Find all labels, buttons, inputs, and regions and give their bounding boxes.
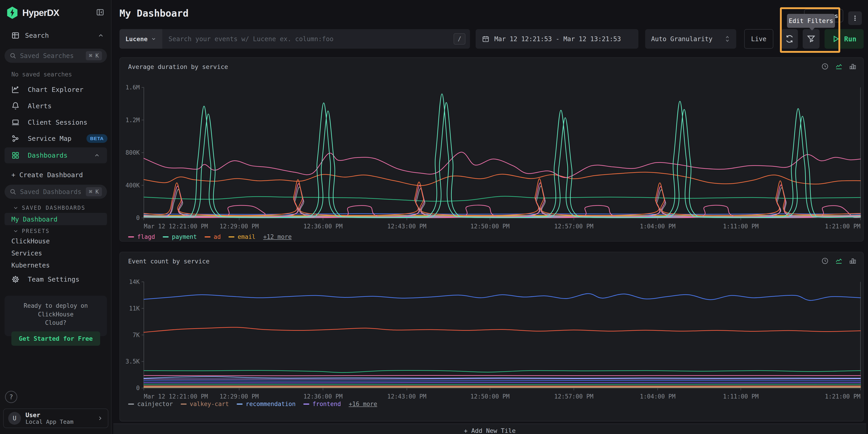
legend-more-link[interactable]: +16 more: [349, 401, 377, 407]
user-menu[interactable]: U User Local App Team: [3, 408, 108, 428]
sidebar-collapse-button[interactable]: [96, 8, 104, 16]
sidebar-item-team-settings[interactable]: Team Settings: [11, 275, 80, 283]
date-range-picker[interactable]: Mar 12 12:21:53 - Mar 12 13:21:53: [476, 29, 639, 49]
chart-panel-average-duration: Average duration by service 1.6M1.2M800K…: [120, 57, 864, 241]
svg-text:12:57:00 PM: 12:57:00 PM: [554, 223, 593, 230]
svg-text:14K: 14K: [129, 279, 140, 285]
query-language-dropdown[interactable]: Lucene: [120, 29, 162, 49]
legend-item[interactable]: frontend: [303, 401, 341, 407]
help-button[interactable]: ?: [5, 391, 17, 403]
svg-text:Mar 12 12:21:00 PM: Mar 12 12:21:00 PM: [144, 223, 208, 230]
search-section-icon: [11, 31, 20, 40]
edit-filters-button[interactable]: [803, 29, 819, 49]
svg-text:12:29:00 PM: 12:29:00 PM: [220, 223, 259, 230]
svg-text:7K: 7K: [133, 332, 140, 338]
app-title: HyperDX: [22, 8, 59, 18]
line-chart-toggle-icon[interactable]: [835, 257, 843, 265]
legend-item[interactable]: flagd: [128, 233, 155, 240]
presets-section-header[interactable]: PRESETS: [13, 228, 50, 234]
svg-text:12:50:00 PM: 12:50:00 PM: [470, 223, 509, 230]
team-settings-label: Team Settings: [28, 275, 80, 283]
sidebar-item-chart-explorer[interactable]: Chart Explorer: [11, 86, 83, 94]
sidebar-item-alerts[interactable]: Alerts: [11, 102, 52, 110]
time-icon[interactable]: [822, 63, 829, 70]
svg-text:1:21:00 PM: 1:21:00 PM: [825, 223, 861, 230]
dashboard-menu-button[interactable]: [848, 11, 862, 25]
slash-shortcut-key: /: [454, 33, 465, 44]
app-logo[interactable]: HyperDX: [6, 6, 59, 19]
live-label: Live: [751, 35, 766, 43]
chart-canvas[interactable]: 14K11K7K3.5K0Mar 12 12:21:00 PM12:29:00 …: [124, 279, 862, 405]
sidebar-item-search[interactable]: Search: [11, 31, 104, 40]
line-chart-toggle-icon[interactable]: [835, 63, 843, 70]
refresh-button[interactable]: [781, 29, 798, 49]
create-dashboard-button[interactable]: + Create Dashboard: [11, 171, 83, 179]
query-search-bar[interactable]: Lucene Search your events w/ Lucene ex. …: [120, 29, 470, 49]
add-new-tile-button[interactable]: + Add New Tile: [113, 424, 866, 434]
user-team: Local App Team: [26, 419, 92, 425]
refresh-icon: [785, 35, 794, 43]
svg-text:3.5K: 3.5K: [125, 358, 140, 365]
cmd-k-shortcut: ⌘ K: [86, 187, 102, 196]
svg-text:12:50:00 PM: 12:50:00 PM: [470, 393, 509, 400]
chart-panel-event-count: Event count by service 14K11K7K3.5K0Mar …: [120, 252, 864, 422]
help-question-mark: ?: [9, 393, 13, 401]
saved-dashboards-section-header[interactable]: SAVED DASHBOARDS: [13, 205, 85, 211]
svg-text:12:29:00 PM: 12:29:00 PM: [220, 393, 259, 400]
svg-text:Mar 12 12:21:00 PM: Mar 12 12:21:00 PM: [144, 393, 208, 400]
run-button[interactable]: Run: [825, 29, 864, 49]
chart-panel-toolbar: [822, 257, 857, 265]
svg-text:12:43:00 PM: 12:43:00 PM: [388, 223, 427, 230]
add-new-tile-label: + Add New Tile: [464, 427, 516, 434]
obscured-button-text: s: [835, 12, 838, 19]
chart-title: Event count by service: [128, 258, 210, 265]
legend-item[interactable]: payment: [163, 233, 197, 240]
search-icon: [9, 188, 17, 195]
svg-text:1.6M: 1.6M: [125, 85, 140, 91]
preset-kubernetes[interactable]: Kubernetes: [11, 262, 50, 269]
get-started-button[interactable]: Get Started for Free: [11, 331, 100, 346]
time-icon[interactable]: [822, 257, 829, 265]
edit-filters-tooltip: Edit Filters: [787, 14, 835, 28]
chart-title: Average duration by service: [128, 63, 228, 70]
live-button[interactable]: Live: [744, 29, 773, 49]
svg-text:1:04:00 PM: 1:04:00 PM: [640, 223, 676, 230]
chart-explorer-icon: [11, 86, 20, 94]
chevron-down-icon: [13, 205, 19, 211]
sidebar-item-label: Client Sessions: [28, 119, 87, 126]
beta-badge: BETA: [87, 134, 107, 143]
bar-chart-toggle-icon[interactable]: [849, 257, 857, 265]
sidebar-item-label: Chart Explorer: [28, 86, 83, 94]
saved-dashboards-input[interactable]: Saved Dashboards ⌘ K: [5, 185, 107, 199]
cmd-k-shortcut: ⌘ K: [86, 51, 102, 60]
sidebar-item-my-dashboard[interactable]: My Dashboard: [5, 213, 107, 225]
kebab-menu-icon: [851, 15, 859, 22]
chart-canvas[interactable]: 1.6M1.2M800K400K0Mar 12 12:21:00 PM12:29…: [124, 85, 862, 235]
bar-chart-toggle-icon[interactable]: [849, 63, 857, 70]
saved-searches-input[interactable]: Saved Searches ⌘ K: [5, 49, 107, 63]
svg-text:12:43:00 PM: 12:43:00 PM: [388, 393, 427, 400]
svg-text:1.2M: 1.2M: [125, 117, 140, 124]
avatar: U: [8, 412, 21, 425]
select-chevrons-icon: [724, 35, 730, 42]
sidebar-item-client-sessions[interactable]: Client Sessions: [11, 118, 87, 127]
panel-collapse-icon: [96, 8, 104, 16]
granularity-select[interactable]: Auto Granularity: [645, 29, 736, 49]
calendar-icon: [482, 35, 489, 42]
section-header-label: SAVED DASHBOARDS: [22, 205, 85, 211]
preset-services[interactable]: Services: [11, 249, 42, 257]
sidebar-item-service-map[interactable]: Service Map BETA: [11, 134, 107, 143]
query-input[interactable]: Search your events w/ Lucene ex. column:…: [162, 35, 454, 43]
gear-icon: [11, 275, 20, 283]
legend-item[interactable]: recommendation: [237, 401, 296, 407]
legend-item[interactable]: ad: [205, 233, 221, 240]
legend-item[interactable]: cainjector: [128, 401, 173, 407]
service-map-icon: [11, 134, 20, 143]
legend-item[interactable]: email: [228, 233, 255, 240]
sidebar-item-dashboards[interactable]: Dashboards: [5, 147, 107, 163]
preset-clickhouse[interactable]: ClickHouse: [11, 237, 50, 245]
legend-item[interactable]: valkey-cart: [181, 401, 229, 407]
legend-more-link[interactable]: +12 more: [263, 233, 291, 240]
chevron-up-icon: [94, 152, 100, 159]
clickhouse-cloud-promo: Ready to deploy on ClickHouse Cloud? Get…: [5, 296, 107, 336]
